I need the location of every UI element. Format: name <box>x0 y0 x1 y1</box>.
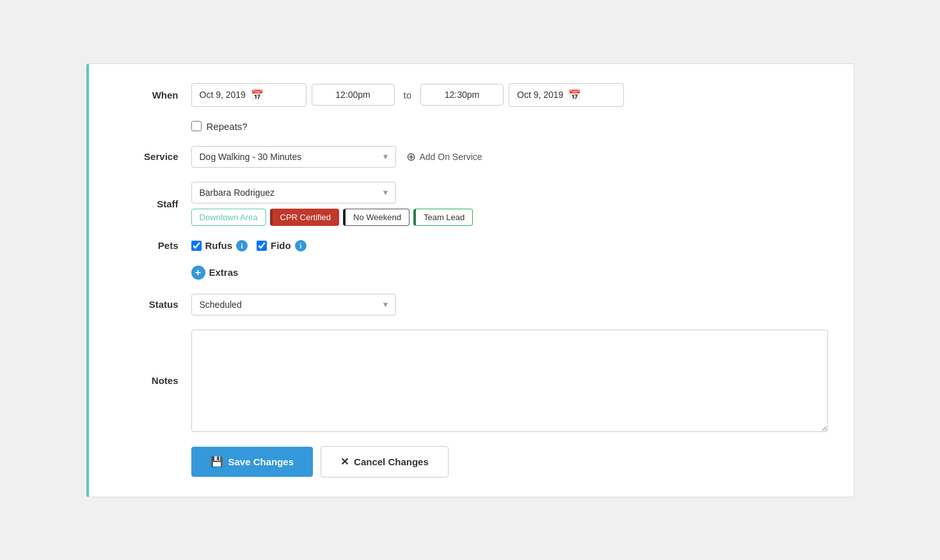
pet-fido: Fido i <box>257 240 307 252</box>
pets-label: Pets <box>115 240 191 251</box>
staff-select-wrapper: Barbara Rodriguez ▼ <box>191 182 396 204</box>
tag-downtown: Downtown Area <box>191 209 266 226</box>
service-select[interactable]: Dog Walking - 30 Minutes <box>191 146 396 168</box>
extras-label: Extras <box>209 267 239 278</box>
extras-row: + Extras <box>115 266 828 280</box>
form-container: When Oct 9, 2019 📅 12:00pm to 12:30pm Oc… <box>86 63 854 497</box>
cancel-icon: ✕ <box>340 456 349 468</box>
staff-row: Staff Barbara Rodriguez ▼ Downtown Area … <box>115 182 828 226</box>
status-row: Status Scheduled ▼ <box>115 294 828 316</box>
repeats-row: Repeats? <box>191 121 828 132</box>
fido-info-icon[interactable]: i <box>295 240 307 252</box>
start-time-value: 12:00pm <box>335 90 370 100</box>
end-time-input[interactable]: 12:30pm <box>420 84 504 106</box>
save-button[interactable]: 💾 Save Changes <box>191 447 314 477</box>
end-date-value: Oct 9, 2019 <box>517 90 563 100</box>
end-date-input[interactable]: Oct 9, 2019 📅 <box>509 83 624 107</box>
staff-section: Barbara Rodriguez ▼ Downtown Area CPR Ce… <box>191 182 474 226</box>
fido-name: Fido <box>271 240 291 251</box>
extras-button[interactable]: + Extras <box>191 266 239 280</box>
repeats-checkbox[interactable] <box>191 121 202 131</box>
repeats-label: Repeats? <box>207 121 248 132</box>
notes-label: Notes <box>115 375 191 386</box>
add-on-button[interactable]: ⊕ Add On Service <box>401 147 488 166</box>
start-date-input[interactable]: Oct 9, 2019 📅 <box>191 83 307 107</box>
save-label: Save Changes <box>228 456 294 467</box>
staff-select[interactable]: Barbara Rodriguez <box>191 182 396 204</box>
rufus-info-icon[interactable]: i <box>236 240 248 252</box>
start-date-value: Oct 9, 2019 <box>200 90 246 100</box>
cancel-label: Cancel Changes <box>354 456 429 467</box>
pets-content: Rufus i Fido i <box>191 240 828 252</box>
notes-content <box>191 330 828 432</box>
fido-checkbox[interactable] <box>257 241 267 251</box>
rufus-name: Rufus <box>205 240 233 251</box>
tag-team-lead: Team Lead <box>413 209 473 226</box>
when-row: When Oct 9, 2019 📅 12:00pm to 12:30pm Oc… <box>115 83 828 107</box>
tag-no-weekend: No Weekend <box>343 209 410 226</box>
add-on-label: Add On Service <box>420 152 482 162</box>
status-content: Scheduled ▼ <box>191 294 828 316</box>
add-on-plus-icon: ⊕ <box>406 150 416 164</box>
tags-container: Downtown Area CPR Certified No Weekend T… <box>191 209 474 226</box>
end-time-value: 12:30pm <box>445 90 479 100</box>
tag-cpr: CPR Certified <box>270 209 339 226</box>
extras-plus-icon: + <box>191 266 205 280</box>
notes-textarea[interactable] <box>191 330 828 432</box>
when-content: Oct 9, 2019 📅 12:00pm to 12:30pm Oct 9, … <box>191 83 828 107</box>
start-time-input[interactable]: 12:00pm <box>312 84 395 106</box>
status-select-wrapper: Scheduled ▼ <box>191 294 396 316</box>
status-label: Status <box>115 299 191 310</box>
service-select-wrapper: Dog Walking - 30 Minutes ▼ <box>191 146 396 168</box>
service-content: Dog Walking - 30 Minutes ▼ ⊕ Add On Serv… <box>191 146 828 168</box>
service-label: Service <box>115 151 191 162</box>
status-select[interactable]: Scheduled <box>191 294 396 316</box>
service-row: Service Dog Walking - 30 Minutes ▼ ⊕ Add… <box>115 146 828 168</box>
to-label: to <box>400 90 416 100</box>
buttons-row: 💾 Save Changes ✕ Cancel Changes <box>191 446 828 477</box>
end-calendar-icon: 📅 <box>568 89 581 101</box>
notes-row: Notes <box>115 330 828 432</box>
staff-label: Staff <box>115 198 191 209</box>
pet-rufus: Rufus i <box>191 240 248 252</box>
save-icon: 💾 <box>211 456 223 468</box>
rufus-checkbox[interactable] <box>191 241 202 251</box>
when-label: When <box>115 90 191 100</box>
start-calendar-icon: 📅 <box>251 89 264 101</box>
cancel-button[interactable]: ✕ Cancel Changes <box>321 446 449 477</box>
pets-row: Pets Rufus i Fido i <box>115 240 828 252</box>
